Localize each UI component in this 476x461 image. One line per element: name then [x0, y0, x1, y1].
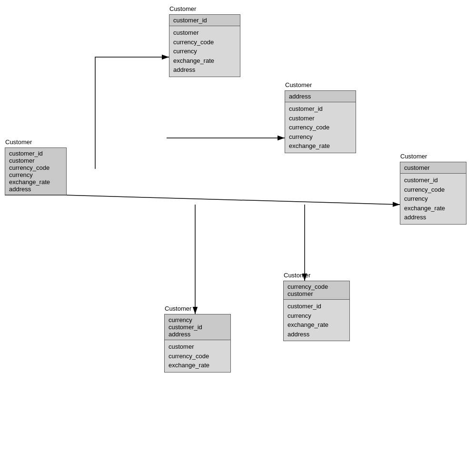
table-far-right-body: customer_id currency_code currency excha… [400, 174, 466, 224]
table-left-header: customer_id customer currency_code curre… [5, 148, 66, 195]
table-top-center-title: Customer [169, 5, 196, 12]
table-top-center: Customer customer_id customer currency_c… [169, 14, 240, 77]
table-far-right: Customer customer customer_id currency_c… [400, 162, 466, 225]
table-middle-right-header: address [285, 91, 356, 102]
table-bottom-center: Customer currency customer_id address cu… [164, 314, 231, 373]
table-bottom-center-header: currency customer_id address [165, 314, 230, 340]
table-top-center-header: customer_id [169, 15, 240, 26]
table-bottom-right: Customer currency_code customer customer… [283, 281, 350, 341]
arrow-left-to-far-right [64, 195, 400, 205]
table-bottom-right-title: Customer [284, 272, 310, 279]
table-bottom-center-body: customer currency_code exchange_rate [165, 340, 230, 372]
table-far-right-title: Customer [400, 153, 427, 160]
table-left-title: Customer [5, 138, 32, 146]
table-far-right-header: customer [400, 162, 466, 174]
table-left: Customer customer_id customer currency_c… [5, 147, 67, 196]
table-middle-right-body: customer_id customer currency_code curre… [285, 102, 356, 153]
table-bottom-right-header: currency_code customer [284, 281, 349, 300]
table-middle-right: Customer address customer_id customer cu… [285, 90, 356, 153]
table-bottom-right-body: customer_id currency exchange_rate addre… [284, 300, 349, 341]
table-middle-right-title: Customer [285, 81, 312, 88]
arrow-left-to-top [95, 57, 169, 169]
table-bottom-center-title: Customer [165, 305, 191, 312]
diagram-container: Customer customer_id customer currency_c… [0, 0, 476, 461]
table-top-center-body: customer currency_code currency exchange… [169, 26, 240, 77]
